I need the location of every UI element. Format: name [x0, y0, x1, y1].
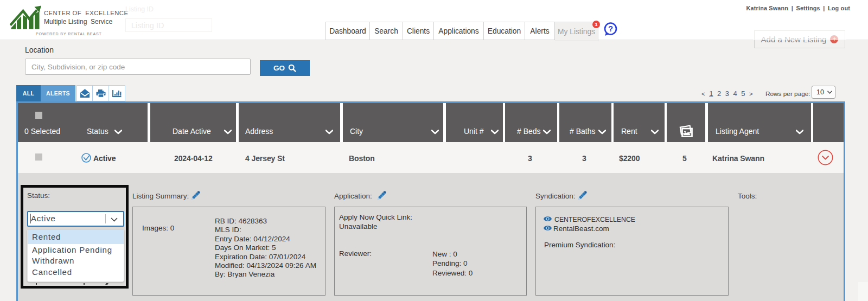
svg-text:?: ?: [608, 24, 613, 33]
